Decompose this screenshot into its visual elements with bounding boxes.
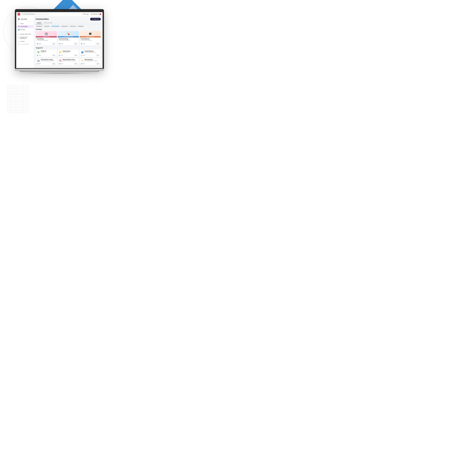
sugg-footer-clinical: 🌐 Public Join [59, 54, 78, 56]
card-body-derm: Dermatology A community of practice [36, 37, 57, 42]
top-nav: R 🔍 ✉ Messages 🔔 Notifications [16, 12, 102, 16]
card-footer-derm: 🌐 Public Join [36, 42, 57, 46]
derm-subtitle: A community of practice [37, 40, 56, 41]
create-new-button[interactable]: ⊕ Create New [90, 18, 101, 20]
sidebar-user[interactable]: 👤 John Smith [16, 17, 34, 22]
messages-label: Messages [84, 14, 89, 15]
tag-critical-care[interactable]: critical care [69, 25, 77, 27]
feedback-link[interactable]: Give Feedback [22, 44, 29, 45]
suggested-section-title: Suggested [36, 47, 101, 49]
globe-icon-mental: 🌐 [59, 63, 60, 64]
sidebar-item-home[interactable]: ⌂ Home [17, 22, 33, 25]
sugg-top-covid19: 🦠 COVID-19 COVID-19 [37, 51, 56, 54]
laptop-screen-border: R 🔍 ✉ Messages 🔔 Notifications [15, 9, 104, 69]
sidebar-item-label-logout: Log Out [20, 41, 25, 42]
messages-nav-item[interactable]: ✉ Messages [82, 13, 89, 15]
banner-fm: 👨‍👩‍👧 FAMILY MEDICINE [80, 31, 101, 37]
card-footer-gastro: 🌐 Public Join [58, 42, 79, 46]
fm-visibility: 🌐 Public [81, 43, 85, 44]
sidebar-item-label-help: Member Help Center [20, 34, 31, 35]
laptop: R 🔍 ✉ Messages 🔔 Notifications [15, 9, 104, 74]
join-covid-button[interactable]: Join [52, 54, 56, 56]
search-icon: 🔍 [22, 14, 24, 15]
messages-icon: ✉ [82, 13, 83, 15]
sidebar-item-email[interactable]: ✉ Manage Email Notifications [17, 36, 33, 40]
email-icon: ✉ [18, 37, 19, 39]
globe-icon-fm: 🌐 [81, 43, 82, 44]
join-mental-button[interactable]: Join [74, 63, 78, 65]
sugg-top-clinical: 📁 Clinical Cases Clinical Cases [59, 51, 78, 54]
tag-family-medicine[interactable]: family medicine [51, 25, 60, 27]
join-fm-button[interactable]: Join [96, 43, 100, 45]
sidebar-footer: About · Give Feedback [16, 43, 34, 45]
gastro-visibility: 🌐 Public [59, 43, 63, 44]
search-bar[interactable]: 🔍 [21, 13, 49, 15]
mental-subtitle: Making sure that our physican... [63, 60, 78, 61]
globe-icon-derm: 🌐 [37, 43, 38, 44]
rheum-subtitle: Rheumatology is concerned w... [85, 60, 100, 61]
notifications-nav-item[interactable]: 🔔 Notifications ▶ [91, 13, 101, 15]
banner-dermatology: 🏥 DERMATOLOGY [36, 31, 57, 37]
sidebar-item-logout[interactable]: ⎋ Log Out [17, 40, 33, 43]
suggested-grid: 🦠 COVID-19 COVID-19 🌐 Publi [36, 50, 101, 66]
sugg-footer-fm2: 🔒 Private Join [81, 54, 100, 56]
mental-visibility: 🌐 Public [59, 63, 63, 64]
content-area: Communities ⊕ Create New Explore My Comm… [34, 16, 102, 68]
sugg-card-rheumatology: 🦴 Rheumatology Rheumatology is concerned… [80, 58, 101, 66]
notifications-label: Notifications [93, 14, 99, 15]
trauma-title: Trauma Room in Nova... [41, 59, 56, 60]
covid-title: COVID-19 [41, 51, 56, 52]
join-clinical-button[interactable]: Join [74, 54, 78, 56]
page-title: Communities [36, 18, 49, 20]
join-trauma-button[interactable]: Join [52, 63, 56, 65]
clinical-title: Clinical Cases [63, 51, 78, 52]
tabs: Explore My Communities [36, 22, 101, 24]
covid-icon: 🦠 [37, 51, 40, 54]
tag-emergency[interactable]: emergency [77, 25, 85, 27]
tag-general-care[interactable]: general care [61, 25, 68, 27]
card-family-medicine-trending: 👨‍👩‍👧 FAMILY MEDICINE Family Medicine A … [80, 31, 101, 46]
communities-icon: ⊞ [18, 26, 20, 27]
sugg-card-family-medicine: 👥 Family Medicine For physicians practic… [80, 50, 101, 57]
globe-icon-trauma: 🌐 [37, 63, 38, 64]
avatar: 👤 [17, 18, 20, 20]
trauma-icon: 🚑 [37, 59, 40, 62]
globe-icon-covid: 🌐 [37, 55, 38, 56]
join-fm2-button[interactable]: Join [96, 54, 100, 56]
clinical-info: Clinical Cases Clinical Cases [63, 51, 78, 53]
sidebar-item-help[interactable]: ⊙ Member Help Center [17, 33, 33, 36]
logout-icon: ⎋ [18, 41, 20, 42]
mental-icon: 🧠 [59, 59, 62, 62]
tab-my-communities[interactable]: My Communities [43, 22, 54, 24]
join-rheum-button[interactable]: Join [96, 63, 100, 65]
covid-subtitle: COVID-19 [41, 52, 56, 53]
fm-subtitle: A community of practice [81, 40, 100, 41]
sugg-card-clinical-cases: 📁 Clinical Cases Clinical Cases 🌐 [58, 50, 79, 57]
tag-paediatrics[interactable]: paediatrics [36, 25, 43, 27]
tag-covid19[interactable]: COVID-19 [44, 25, 50, 27]
tab-explore[interactable]: Explore [36, 22, 43, 24]
card-footer-fm: 🌐 Public Join [80, 42, 101, 46]
sidebar-item-label-members: Members [20, 29, 25, 30]
about-link[interactable]: About [17, 44, 20, 45]
card-body-gastro: Gastroenterology A community of practice [58, 37, 79, 42]
derm-banner-label: DERMATOLOGY [36, 36, 57, 37]
help-icon: ⊙ [18, 34, 20, 35]
card-dermatology: 🏥 DERMATOLOGY Dermatology A community of… [36, 31, 57, 46]
derm-icon: 🏥 [45, 32, 48, 35]
sidebar-item-members[interactable]: 👥 Members [17, 28, 33, 31]
mental-title: Mental Health for Phy... [63, 59, 78, 60]
fm2-info: Family Medicine For physicians practicin… [85, 51, 100, 53]
fm2-visibility: 🔒 Private [81, 55, 85, 56]
search-input[interactable] [24, 14, 47, 15]
gastro-icon: 💊 [67, 32, 70, 35]
app: R 🔍 ✉ Messages 🔔 Notifications [16, 12, 102, 68]
sidebar-item-communities[interactable]: ⊞ Communities [17, 25, 33, 28]
sugg-top-mental: 🧠 Mental Health for Phy... Making sure t… [59, 59, 78, 62]
sidebar-item-label-communities: Communities [20, 26, 28, 27]
laptop-base [15, 69, 104, 71]
join-derm-button[interactable]: Join [52, 43, 56, 45]
join-gastro-button[interactable]: Join [74, 43, 78, 45]
sugg-footer-rheum: 🌐 Public Join [81, 63, 100, 65]
fm2-icon: 👥 [81, 51, 84, 54]
